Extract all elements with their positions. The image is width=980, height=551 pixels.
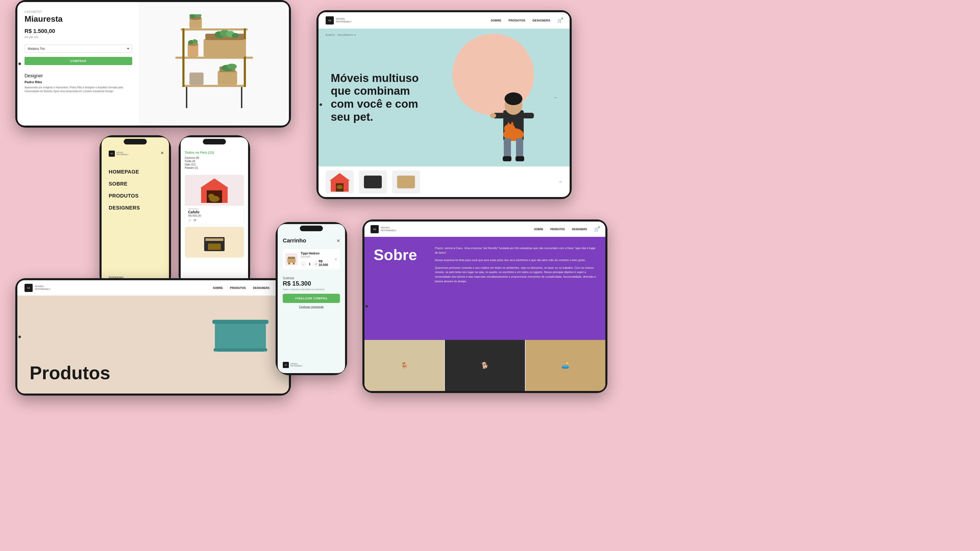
filter-passaro[interactable]: Pássaro (1)	[185, 166, 244, 169]
produto-object	[210, 306, 274, 358]
svg-marker-40	[329, 173, 350, 181]
products-filter-title: Todos os Pets (13)	[185, 151, 244, 154]
qty-value: 1	[309, 262, 310, 266]
nav-link-produtos[interactable]: PRODUTOS	[509, 19, 525, 22]
product-card[interactable]: MORADIA Cafofo R$ 850,00 ☆ ⟳	[185, 175, 244, 225]
product-thumb-house	[328, 172, 351, 192]
produtos-logo: CZ MÓVEISPETFRIENDLY	[24, 284, 50, 292]
produtos-view: CZ MÓVEISPETFRIENDLY SOBRE PRODUTOS DESI…	[18, 280, 289, 393]
svg-point-33	[504, 124, 515, 133]
cart-item: Tippi Hedron Dourado − 1 + R$ 10.500 ✕	[283, 249, 340, 269]
svg-rect-56	[288, 257, 295, 259]
checkout-button[interactable]: FINALIZAR COMPRA	[283, 294, 340, 303]
svg-rect-51	[208, 244, 221, 250]
svg-point-48	[208, 194, 215, 199]
svg-point-20	[232, 33, 239, 38]
cart-logo-bottom: CZ MÓVEISPETFRIENDLY	[283, 362, 340, 368]
designer-bio: Apaixonado por imaginar o improvável, Pe…	[24, 86, 132, 93]
produtos-nav-designers[interactable]: DESIGNERS	[253, 287, 269, 290]
logo-tagline: MÓVEISPETFRIENDLY	[336, 18, 352, 23]
sobre-img-2: 🐕	[445, 340, 525, 391]
qty-plus-btn[interactable]: +	[313, 261, 319, 267]
products-content: Todos os Pets (13) Cachorro (6) Furão (4…	[181, 137, 248, 287]
cart-logo-text: MÓVEISPETFRIENDLY	[290, 363, 303, 367]
svg-rect-54	[213, 348, 267, 352]
sobre-nav-designers[interactable]: DESIGNERS	[572, 228, 587, 231]
cart-close-icon[interactable]: ✕	[337, 238, 340, 243]
cart-item-price: R$ 10.500	[319, 260, 331, 267]
product-card-image	[185, 175, 244, 206]
buy-button[interactable]: COMPRAR	[24, 57, 132, 65]
sobre-section: Sobre Prazer, somos a Cazu. Uma empresa …	[364, 237, 605, 340]
menu-item-sobre[interactable]: SOBRE	[109, 181, 162, 187]
nav-links: SOBRE PRODUTOS DESIGNERS 🛒	[491, 18, 563, 23]
cart-icon-container[interactable]: 🛒	[557, 18, 563, 23]
qty-minus-btn[interactable]: −	[301, 261, 306, 267]
product-thumb-3[interactable]	[392, 170, 420, 193]
svg-rect-57	[288, 263, 290, 264]
sobre-nav: CZ MÓVEISPETFRIENDLY SOBRE PRODUTOS DESI…	[364, 221, 605, 237]
hero-heading: Móveis multiuso que combinam com você e …	[331, 72, 423, 123]
cart-item-remove-btn[interactable]: ✕	[334, 257, 337, 261]
arrow-right-icon[interactable]: →	[553, 95, 557, 100]
sobre-nav-sobre[interactable]: SOBRE	[534, 228, 543, 231]
wishlist-icon[interactable]: ☆	[188, 218, 191, 222]
product-thumb-1[interactable]	[326, 170, 354, 193]
cart-item-info: Tippi Hedron Dourado − 1 + R$ 10.500	[301, 252, 331, 267]
hero-section: BANCO · MIAURESTA ✦ Móveis multiuso que …	[318, 29, 570, 166]
menu-item-produtos[interactable]: PRODUTOS	[109, 193, 162, 199]
produtos-nav-sobre[interactable]: SOBRE	[213, 287, 223, 290]
filter-gato[interactable]: Gato (11)	[185, 163, 244, 166]
phone-menu-device: CZ MÓVEISPETFRIENDLY ✕ HOMEPAGE SOBRE PR…	[100, 135, 171, 288]
filter-furao[interactable]: Furão (4)	[185, 160, 244, 162]
menu-items: HOMEPAGE SOBRE PRODUTOS DESIGNERS	[109, 169, 162, 211]
menu-logo-text: MÓVEISPETFRIENDLY	[116, 151, 129, 156]
cart-header: Carrinho ✕	[283, 237, 340, 244]
product-card-2[interactable]	[185, 227, 244, 258]
share-icon[interactable]: ⟳	[193, 218, 197, 222]
strip-arrow[interactable]: →	[558, 179, 563, 185]
svg-marker-44	[200, 178, 228, 188]
svg-rect-58	[293, 263, 294, 264]
svg-rect-50	[205, 238, 223, 241]
product-thumb-2[interactable]	[359, 170, 387, 193]
tablet-sobre: CZ MÓVEISPETFRIENDLY SOBRE PRODUTOS DESI…	[363, 220, 608, 393]
produtos-hero: Produtos	[18, 296, 289, 393]
cart-item-name: Tippi Hedron	[301, 252, 331, 255]
svg-rect-22	[218, 71, 237, 85]
cart-item-illustration	[286, 254, 297, 265]
main-site-view: CZ MÓVEISPETFRIENDLY SOBRE PRODUTOS DESI…	[318, 12, 570, 197]
cart-item-image	[285, 253, 298, 266]
nav-link-designers[interactable]: DESIGNERS	[533, 19, 550, 22]
sobre-nav-produtos[interactable]: PRODUTOS	[550, 228, 565, 231]
product-card-actions: ☆ ⟳	[188, 218, 241, 222]
designer-label: Designer	[24, 73, 132, 79]
sobre-images: 🪑 🐕 🛋️	[364, 340, 605, 391]
main-nav: CZ MÓVEISPETFRIENDLY SOBRE PRODUTOS DESI…	[318, 12, 570, 29]
nav-link-sobre[interactable]: SOBRE	[491, 19, 501, 22]
tablet-produtos: CZ MÓVEISPETFRIENDLY SOBRE PRODUTOS DESI…	[15, 278, 291, 396]
produtos-nav-produtos[interactable]: PRODUTOS	[230, 287, 246, 290]
menu-item-homepage[interactable]: HOMEPAGE	[109, 169, 162, 175]
sobre-cart[interactable]: 🛒	[594, 227, 599, 232]
svg-rect-6	[241, 87, 242, 108]
wood-shelf-thumb	[397, 175, 415, 188]
product-variant-select[interactable]: Madeira Trio	[24, 45, 132, 53]
svg-rect-0	[183, 85, 246, 87]
svg-rect-1	[175, 57, 253, 59]
filter-cachorro[interactable]: Cachorro (6)	[185, 156, 244, 159]
product-card-info: MORADIA Cafofo R$ 850,00 ☆ ⟳	[185, 206, 244, 225]
produtos-page-title: Produtos	[30, 362, 110, 383]
subtotal-value: R$ 15.300	[283, 280, 340, 287]
products-strip: →	[318, 166, 570, 197]
menu-close-icon[interactable]: ✕	[161, 151, 164, 155]
sobre-nav-links: SOBRE PRODUTOS DESIGNERS 🛒	[534, 227, 599, 232]
continue-shopping-link[interactable]: Continuar comprando	[283, 306, 340, 308]
product-illustration	[154, 14, 274, 113]
menu-item-designers[interactable]: DESIGNERS	[109, 205, 162, 211]
box-illustration	[199, 232, 230, 252]
designer-section: Designer Pedro Ribs Apaixonado por imagi…	[24, 73, 132, 93]
svg-point-31	[490, 113, 496, 118]
sobre-img-1: 🪑	[364, 340, 444, 391]
menu-logo-box: CZ	[109, 151, 115, 157]
